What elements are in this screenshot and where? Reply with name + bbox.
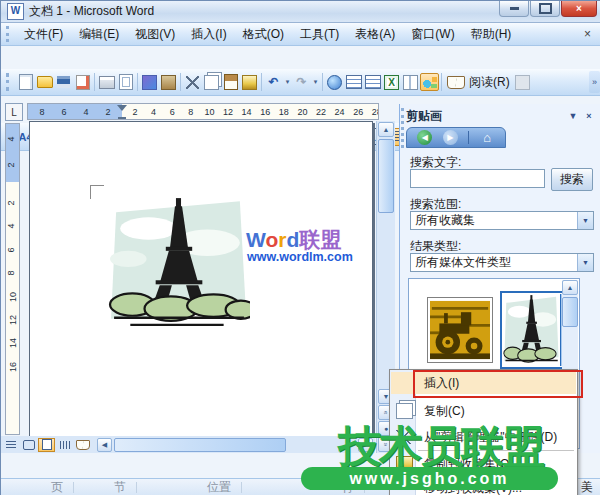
ruler-number: 4 (83, 107, 88, 117)
menu-insert[interactable]: 插入(I) (183, 23, 234, 46)
left-indent-marker[interactable] (118, 117, 126, 120)
search-button[interactable]: 搜索 (551, 168, 593, 191)
outline-view-icon (60, 441, 70, 449)
menu-window[interactable]: 窗口(W) (403, 23, 462, 46)
toolbar-grip[interactable] (6, 73, 12, 91)
spelling-button[interactable] (140, 73, 159, 91)
taskpane-close-button[interactable]: × (581, 109, 597, 124)
hscrollbar-thumb[interactable] (114, 438, 286, 452)
research-icon (161, 75, 176, 90)
ruler-number: 12 (8, 315, 18, 325)
horizontal-ruler[interactable]: 8642 246810121416182022242628 (27, 103, 379, 120)
columns-button[interactable] (401, 73, 420, 91)
insert-table-icon (365, 75, 381, 89)
toolbar-grip[interactable] (6, 26, 12, 41)
chevron-down-icon: ▾ (314, 78, 318, 86)
tables-borders-button[interactable] (344, 73, 363, 91)
scrollbar-thumb[interactable] (378, 139, 394, 213)
drawing-icon (423, 76, 437, 89)
normal-view-icon (6, 441, 16, 449)
cut-button[interactable] (183, 73, 202, 91)
reading-view-button[interactable] (74, 438, 91, 452)
search-input[interactable] (410, 169, 545, 188)
spelling-icon (142, 75, 157, 90)
research-button[interactable] (159, 73, 178, 91)
logo-letter: W (246, 228, 265, 251)
paste-icon (224, 74, 238, 90)
format-painter-button[interactable] (240, 73, 259, 91)
scroll-up-button[interactable]: ▲ (562, 280, 578, 295)
menu-tools[interactable]: 工具(T) (292, 23, 347, 46)
wordlm-url: www.wordlm.com (247, 250, 353, 264)
taskpane-grip[interactable] (401, 108, 404, 148)
eiffel-tower-clipart[interactable] (108, 196, 250, 328)
hyperlink-button[interactable] (325, 73, 344, 91)
close-button[interactable]: × (561, 1, 597, 17)
search-button-label: 搜索 (560, 171, 584, 188)
ruler-number: 16 (8, 362, 18, 372)
scrollbar-thumb[interactable] (562, 297, 578, 327)
maximize-icon (539, 3, 552, 14)
menu-file[interactable]: 文件(F) (16, 23, 71, 46)
print-preview-button[interactable] (116, 73, 135, 91)
taskpane-nav: ◀ ▶ ⌂ (406, 127, 506, 148)
print-preview-icon (119, 74, 133, 90)
redo-icon: ↷ (296, 75, 306, 89)
text-boundary-corner-mark (90, 185, 104, 199)
menu-format[interactable]: 格式(O) (235, 23, 292, 46)
print-layout-button[interactable] (38, 438, 55, 452)
drawing-toggle-button[interactable] (420, 73, 439, 91)
ruler-number: 18 (279, 107, 289, 117)
menu-edit[interactable]: 编辑(E) (71, 23, 127, 46)
menu-view[interactable]: 视图(V) (127, 23, 183, 46)
undo-dropdown[interactable]: ▾ (283, 73, 292, 91)
outline-view-button[interactable] (56, 438, 73, 452)
maximize-button[interactable] (530, 1, 560, 17)
undo-icon: ↶ (268, 75, 278, 89)
new-document-button[interactable] (16, 73, 35, 91)
back-button[interactable]: ◀ (417, 130, 432, 145)
document-close-icon[interactable]: × (584, 27, 597, 41)
taskpane-menu-button[interactable]: ▼ (565, 109, 581, 124)
ruler-margin-area (6, 124, 19, 182)
result-type-combobox[interactable]: 所有媒体文件类型 ▼ (410, 253, 594, 272)
tab-selector[interactable]: L (5, 103, 23, 121)
paste-button[interactable] (221, 73, 240, 91)
clip-art-tractor[interactable] (427, 297, 493, 363)
home-button[interactable]: ⌂ (480, 130, 495, 145)
menu-table[interactable]: 表格(A) (347, 23, 403, 46)
redo-dropdown[interactable]: ▾ (311, 73, 320, 91)
arrow-up-icon: ▲ (567, 284, 574, 291)
standard-toolbar: ↶ ▾ ↷ ▾ X 阅读(R) » (1, 69, 600, 96)
document-page[interactable]: Word联盟 www.wordlm.com (29, 121, 373, 438)
ruler-number: 6 (170, 107, 175, 117)
redo-button[interactable]: ↷ (292, 73, 311, 91)
open-button[interactable] (35, 73, 54, 91)
scroll-left-button[interactable]: ◀ (97, 438, 112, 452)
toolbar-options-button[interactable]: » (589, 71, 600, 93)
vertical-ruler[interactable]: 42 246810121416 (5, 123, 20, 435)
forward-button: ▶ (443, 130, 458, 145)
insert-table-button[interactable] (363, 73, 382, 91)
reading-layout-button[interactable]: 阅读(R) (444, 73, 513, 91)
arrow-right-icon: ▶ (447, 133, 453, 142)
minimize-button[interactable] (499, 1, 529, 17)
copy-button[interactable] (202, 73, 221, 91)
copy-icon (204, 75, 219, 90)
print-button[interactable] (97, 73, 116, 91)
ruler-number: 10 (8, 292, 18, 302)
open-folder-icon (37, 76, 53, 88)
undo-button[interactable]: ↶ (264, 73, 283, 91)
disabled-button (513, 73, 532, 91)
home-icon: ⌂ (483, 130, 491, 145)
normal-view-button[interactable] (2, 438, 19, 452)
web-layout-button[interactable] (20, 438, 37, 452)
taskpane-header: 剪贴画 ▼ × (406, 106, 597, 126)
save-button[interactable] (54, 73, 73, 91)
menu-help[interactable]: 帮助(H) (463, 23, 520, 46)
ruler-number: 2 (132, 107, 137, 117)
insert-excel-button[interactable]: X (382, 73, 401, 91)
scroll-up-button[interactable]: ▲ (378, 122, 394, 137)
permission-button[interactable] (73, 73, 92, 91)
search-scope-combobox[interactable]: 所有收藏集 ▼ (410, 211, 594, 230)
